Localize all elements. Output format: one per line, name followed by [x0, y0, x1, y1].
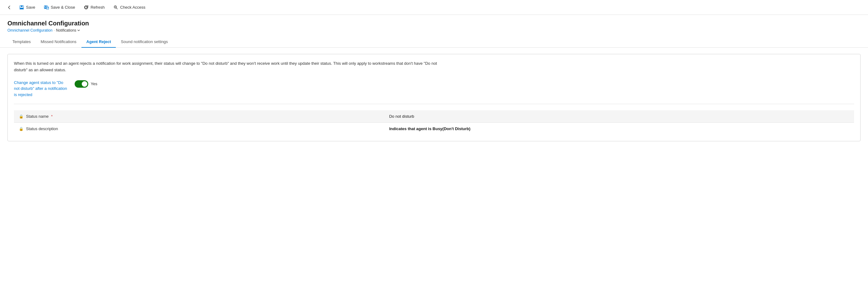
field-value-status-name: Do not disturb — [389, 114, 414, 119]
save-close-button[interactable]: Save & Close — [41, 3, 79, 12]
status-table: 🔒 Status name * Do not disturb 🔒 Status … — [14, 110, 854, 135]
main-content: When this is turned on and an agent reje… — [0, 48, 868, 148]
tab-agent-reject[interactable]: Agent Reject — [82, 36, 116, 48]
svg-rect-2 — [20, 8, 23, 9]
chevron-down-icon — [77, 29, 80, 32]
tab-templates[interactable]: Templates — [7, 36, 36, 48]
field-value-status-description: Indicates that agent is Busy(Don't Distu… — [389, 126, 470, 131]
breadcrumb: Omnichannel Configuration · Notification… — [7, 28, 861, 33]
page-title: Omnichannel Configuration — [7, 20, 861, 27]
field-label-status-name: 🔒 Status name * — [19, 114, 81, 119]
save-button[interactable]: Save — [16, 3, 38, 12]
save-label: Save — [26, 5, 35, 9]
toggle-knob — [82, 81, 87, 87]
page-header: Omnichannel Configuration Omnichannel Co… — [0, 15, 868, 33]
breadcrumb-separator: · — [54, 28, 55, 33]
save-close-icon — [44, 5, 49, 10]
lock-icon: 🔒 — [19, 114, 24, 119]
lock-icon-2: 🔒 — [19, 127, 24, 131]
field-label-status-description: 🔒 Status description — [19, 126, 81, 131]
check-access-button[interactable]: Check Access — [110, 3, 149, 12]
agent-reject-card: When this is turned on and an agent reje… — [7, 54, 861, 141]
check-access-icon — [113, 5, 118, 10]
back-icon — [7, 5, 12, 10]
breadcrumb-current[interactable]: Notifications — [56, 28, 80, 33]
save-close-label: Save & Close — [51, 5, 75, 9]
toggle-value-text: Yes — [91, 82, 97, 86]
tab-sound-notification[interactable]: Sound notification settings — [116, 36, 173, 48]
table-row: 🔒 Status description Indicates that agen… — [14, 123, 854, 135]
required-indicator: * — [51, 114, 53, 119]
save-icon — [19, 5, 24, 10]
check-access-label: Check Access — [120, 5, 146, 9]
back-button[interactable] — [5, 3, 13, 12]
tab-missed-notifications[interactable]: Missed Notifications — [36, 36, 82, 48]
info-text: When this is turned on and an agent reje… — [14, 60, 447, 73]
refresh-label: Refresh — [90, 5, 105, 9]
tabs-bar: Templates Missed Notifications Agent Rej… — [0, 36, 868, 48]
toolbar: Save Save & Close Refresh — [0, 0, 868, 15]
svg-rect-4 — [45, 6, 46, 7]
table-row: 🔒 Status name * Do not disturb — [14, 110, 854, 123]
toggle-control: Yes — [74, 80, 97, 88]
svg-rect-1 — [21, 6, 23, 7]
toggle-section: Change agent status to "Do not disturb" … — [14, 80, 854, 104]
refresh-button[interactable]: Refresh — [81, 3, 108, 12]
breadcrumb-parent[interactable]: Omnichannel Configuration — [7, 28, 52, 33]
refresh-icon — [84, 5, 89, 10]
toggle-switch[interactable] — [74, 80, 88, 88]
toggle-label: Change agent status to "Do not disturb" … — [14, 80, 70, 98]
